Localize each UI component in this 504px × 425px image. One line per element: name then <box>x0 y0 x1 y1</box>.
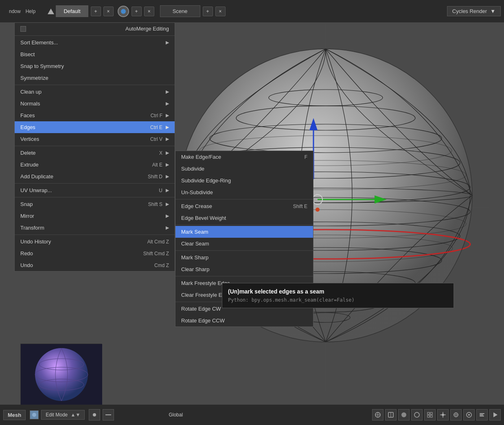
automerge-checkbox[interactable] <box>20 26 26 32</box>
menu-item-transform[interactable]: Transform ▶ <box>15 222 175 234</box>
edit-mode-label: Edit Mode <box>46 412 68 418</box>
window-menu-item-ndow[interactable]: ndow <box>7 9 23 14</box>
render-engine-arrow: ▼ <box>490 8 495 14</box>
submenu-mark-seam[interactable]: Mark Seam <box>175 226 313 238</box>
redo-shortcut: Shift Cmd Z <box>143 251 169 256</box>
menu-item-sort-elements[interactable]: Sort Elements... ▶ <box>15 37 175 48</box>
uv-unwrap-arrow: ▶ <box>166 188 169 193</box>
submenu-un-subdivide[interactable]: Un-Subdivide <box>175 186 313 198</box>
render-engine-dropdown[interactable]: Cycles Render ▼ <box>447 6 501 16</box>
svg-point-27 <box>316 208 320 212</box>
cleanup-label: Clean up <box>20 89 42 95</box>
svg-point-49 <box>468 414 470 416</box>
submenu-make-edge-face[interactable]: Make Edge/Face F <box>175 151 313 163</box>
faces-label: Faces <box>20 112 35 118</box>
overlay-icon[interactable] <box>476 409 488 421</box>
undo-label: Undo <box>20 262 33 268</box>
transform-label: Transform <box>20 225 44 231</box>
separator-3 <box>15 146 175 146</box>
mode-icon <box>30 410 39 419</box>
menu-item-mirror[interactable]: Mirror ▶ <box>15 210 175 222</box>
svg-rect-38 <box>427 415 429 417</box>
close-scene-btn2[interactable]: × <box>215 7 226 16</box>
separator-2 <box>15 85 175 85</box>
undo-history-shortcut: Alt Cmd Z <box>147 239 169 245</box>
edges-label: Edges <box>20 124 35 130</box>
render-icon[interactable] <box>489 409 501 421</box>
add-viewport-button[interactable]: + <box>91 7 101 16</box>
menu-item-faces[interactable]: Faces Ctrl F ▶ <box>15 110 175 121</box>
submenu-subdivide-edge-ring[interactable]: Subdivide Edge-Ring <box>175 175 313 186</box>
svg-point-55 <box>35 348 88 401</box>
menu-item-automerge[interactable]: AutoMerge Editing <box>15 23 175 35</box>
sort-elements-arrow: ▶ <box>166 40 169 45</box>
svg-point-40 <box>442 414 444 416</box>
submenu-subdivide[interactable]: Subdivide <box>175 163 313 175</box>
menu-item-extrude[interactable]: Extrude Alt E ▶ <box>15 159 175 171</box>
make-edge-face-shortcut: F <box>305 154 307 160</box>
normals-arrow: ▶ <box>166 101 169 106</box>
subdivide-edge-ring-label: Subdivide Edge-Ring <box>181 177 231 184</box>
submenu-sep-2 <box>175 225 313 225</box>
uv-unwrap-label: UV Unwrap... <box>20 187 52 193</box>
menu-item-undo-history[interactable]: Undo History Alt Cmd Z <box>15 236 175 248</box>
menu-item-edges[interactable]: Edges Ctrl E ▶ <box>15 121 175 133</box>
menu-item-vertices[interactable]: Vertices Ctrl V ▶ <box>15 133 175 145</box>
un-subdivide-label: Un-Subdivide <box>181 189 213 195</box>
submenu-mark-sharp[interactable]: Mark Sharp <box>175 252 313 263</box>
solid-mode-icon[interactable] <box>398 409 410 421</box>
menu-item-delete[interactable]: Delete X ▶ <box>15 147 175 159</box>
edit-mode-dropdown[interactable]: Edit Mode ▲▼ <box>41 410 85 420</box>
close-viewport-button[interactable]: × <box>103 7 114 16</box>
svg-point-35 <box>414 412 419 417</box>
mesh-button[interactable]: Mesh <box>3 410 26 420</box>
bottom-icons <box>372 409 501 421</box>
delete-arrow: ▶ <box>166 150 169 156</box>
submenu-edge-bevel-weight[interactable]: Edge Bevel Weight <box>175 212 313 224</box>
separator-4 <box>15 183 175 184</box>
submenu-rotate-edge-ccw[interactable]: Rotate Edge CCW <box>175 315 313 326</box>
rotate-edge-ccw-label: Rotate Edge CCW <box>181 318 225 324</box>
submenu-clear-seam[interactable]: Clear Seam <box>175 238 313 250</box>
wireframe-mode-icon[interactable] <box>411 409 423 421</box>
menu-item-redo[interactable]: Redo Shift Cmd Z <box>15 248 175 259</box>
menu-item-snap[interactable]: Snap Shift S ▶ <box>15 198 175 210</box>
edge-crease-label: Edge Crease <box>181 203 212 209</box>
add-scene-btn2[interactable]: + <box>203 7 213 16</box>
front-view-icon[interactable] <box>372 409 383 421</box>
window-menu: ndow Help <box>3 0 41 22</box>
menu-item-cleanup[interactable]: Clean up ▶ <box>15 86 175 98</box>
pivot-icon[interactable] <box>437 409 449 421</box>
top-view-icon[interactable] <box>385 409 397 421</box>
normals-label: Normals <box>20 101 40 107</box>
menu-item-symmetrize[interactable]: Symmetrize <box>15 72 175 84</box>
undo-shortcut: Cmd Z <box>154 263 169 268</box>
close-scene-button[interactable]: × <box>144 7 154 16</box>
edge-mode-button[interactable] <box>103 409 114 421</box>
menu-item-undo[interactable]: Undo Cmd Z <box>15 259 175 271</box>
snap-icon[interactable] <box>450 409 462 421</box>
submenu-clear-sharp[interactable]: Clear Sharp <box>175 263 313 275</box>
tooltip: (Un)mark selected edges as a seam Python… <box>222 283 454 308</box>
add-duplicate-shortcut: Shift D <box>148 174 162 180</box>
menu-item-snap-symmetry[interactable]: Snap to Symmetry <box>15 60 175 72</box>
make-edge-face-label: Make Edge/Face <box>181 154 221 160</box>
scene-dropdown[interactable]: Scene <box>160 5 200 17</box>
submenu-sep-4 <box>175 276 313 276</box>
global-label[interactable]: Global <box>165 410 186 419</box>
layout-tab-default[interactable]: Default <box>56 5 88 17</box>
window-menu-item-help[interactable]: Help <box>23 9 38 14</box>
vertex-mode-button[interactable] <box>89 409 100 421</box>
menu-item-add-duplicate[interactable]: Add Duplicate Shift D ▶ <box>15 171 175 182</box>
menu-item-normals[interactable]: Normals ▶ <box>15 98 175 110</box>
add-duplicate-arrow: ▶ <box>166 174 169 179</box>
menu-item-uv-unwrap[interactable]: UV Unwrap... U ▶ <box>15 184 175 196</box>
menu-item-bisect[interactable]: Bisect <box>15 48 175 60</box>
add-scene-button[interactable]: + <box>131 7 142 16</box>
submenu-sep-1 <box>175 199 313 199</box>
grid-mode-icon[interactable] <box>424 409 436 421</box>
edge-crease-shortcut: Shift E <box>293 204 307 209</box>
edge-bevel-weight-label: Edge Bevel Weight <box>181 215 226 221</box>
submenu-edge-crease[interactable]: Edge Crease Shift E <box>175 200 313 212</box>
proportional-edit-icon[interactable] <box>463 409 475 421</box>
